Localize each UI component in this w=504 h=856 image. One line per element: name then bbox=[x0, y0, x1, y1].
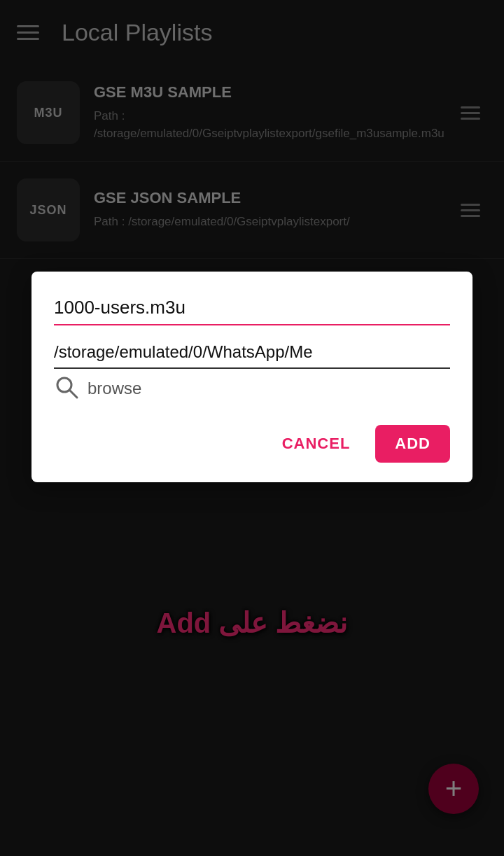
dialog-path-row bbox=[54, 342, 450, 369]
add-playlist-dialog: browse CANCEL ADD bbox=[31, 272, 472, 482]
add-button[interactable]: ADD bbox=[375, 425, 450, 463]
dialog-name-field bbox=[54, 294, 450, 325]
playlist-path-input[interactable] bbox=[54, 342, 450, 362]
search-icon bbox=[54, 374, 79, 402]
browse-label: browse bbox=[88, 379, 141, 398]
cancel-button[interactable]: CANCEL bbox=[271, 429, 362, 458]
playlist-name-input[interactable] bbox=[54, 294, 450, 325]
svg-line-1 bbox=[70, 391, 77, 398]
browse-row[interactable]: browse bbox=[54, 374, 450, 402]
dialog-actions: CANCEL ADD bbox=[54, 425, 450, 463]
